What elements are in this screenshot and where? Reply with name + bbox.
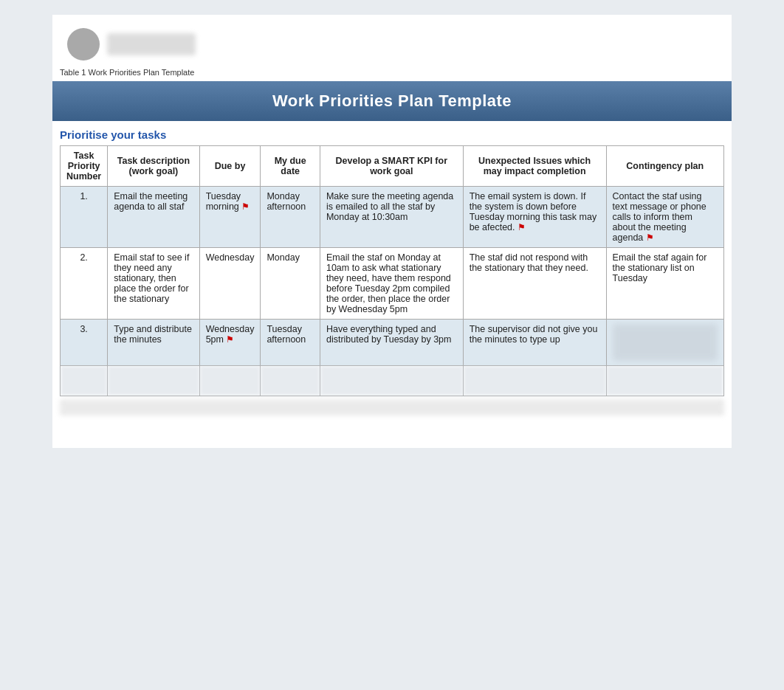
blurred-cell-4: The staf has completed the task by... [320, 366, 463, 396]
flag-icon: ⚑ [241, 201, 250, 212]
row-kpi-2: Email the staf on Monday at 10am to ask … [320, 248, 463, 320]
blurred-cell-1: Follow up... [108, 366, 199, 396]
row-kpi-3: Have everything typed and distributed by… [320, 320, 463, 366]
row-task-2: Email staf to see if they need any stati… [108, 248, 199, 320]
row-my-due-3: Tuesday afternoon [261, 320, 320, 366]
table-label: Table 1 Work Priorities Plan Template [52, 66, 732, 81]
col-header-kpi: Develop a SMART KPI for work goal [320, 146, 463, 187]
section-header: Prioritise your tasks [52, 121, 732, 145]
row-num-2: 2. [61, 248, 108, 320]
blurred-row-4: 4.Follow up...FridayFridayThe staf has c… [61, 366, 724, 396]
col-header-num: Task Priority Number [61, 146, 108, 187]
col-header-task: Task description (work goal) [108, 146, 199, 187]
col-header-due-by: Due by [199, 146, 261, 187]
page-wrapper: Table 1 Work Priorities Plan Template Wo… [52, 15, 732, 448]
row-contingency-1: Contact the staf using text message or p… [606, 187, 723, 248]
row-issues-1: The email system is down. If the system … [463, 187, 606, 248]
row-contingency-2: Email the staf again for the stationary … [606, 248, 723, 320]
blurred-cell-2: Friday [199, 366, 261, 396]
blurred-cell-6: Email the staf... [606, 366, 723, 396]
row-num-3: 3. [61, 320, 108, 366]
row-num-1: 1. [61, 187, 108, 248]
flag-icon-issues: ⚑ [517, 222, 526, 232]
blurred-cell-3: Friday [261, 366, 320, 396]
logo-area [52, 15, 732, 66]
blurred-cell-5: The staf has not completed... [463, 366, 606, 396]
col-header-issues: Unexpected Issues which may impact compl… [463, 146, 606, 187]
blurred-footer [60, 399, 724, 415]
row-my-due-2: Monday [261, 248, 320, 320]
col-header-my-due: My due date [261, 146, 320, 187]
row-due-by-3: Wednesday 5pm ⚑ [199, 320, 261, 366]
row-task-3: Type and distribute the minutes [108, 320, 199, 366]
main-title: Work Priorities Plan Template [52, 81, 732, 121]
blurred-cell-0: 4. [61, 366, 108, 396]
row-task-1: Email the meeting agenda to all staf [108, 187, 199, 248]
row-issues-2: The staf did not respond with the statio… [463, 248, 606, 320]
col-header-contingency: Contingency plan [606, 146, 723, 187]
flag-icon: ⚑ [226, 334, 234, 345]
row-issues-3: The supervisor did not give you the minu… [463, 320, 606, 366]
row-due-by-2: Wednesday [199, 248, 261, 320]
row-due-by-1: Tuesday morning ⚑ [199, 187, 261, 248]
row-contingency-3 [606, 320, 723, 366]
row-kpi-1: Make sure the meeting agenda is emailed … [320, 187, 463, 248]
logo-icon [67, 28, 100, 61]
row-my-due-1: Monday afternoon [261, 187, 320, 248]
priorities-table: Task Priority Number Task description (w… [60, 145, 724, 396]
contingency-blurred-content [613, 324, 718, 361]
flag-icon-cont: ⚑ [646, 232, 654, 243]
logo-text [107, 33, 196, 55]
